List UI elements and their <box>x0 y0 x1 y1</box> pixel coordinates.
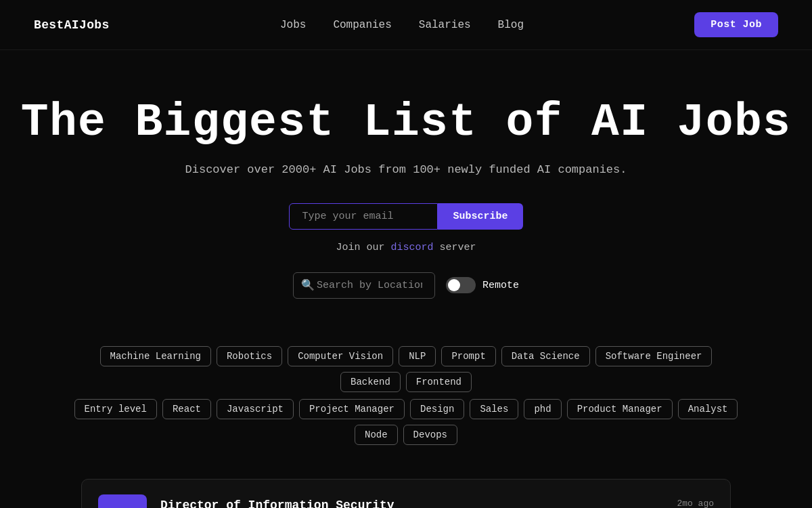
post-job-button[interactable]: Post Job <box>694 12 778 37</box>
nav-salaries[interactable]: Salaries <box>419 19 471 31</box>
tag-entry-level[interactable]: Entry level <box>74 399 157 419</box>
tag-sales[interactable]: Sales <box>470 399 518 419</box>
tag-frontend[interactable]: Frontend <box>406 372 472 392</box>
tag-phd[interactable]: phd <box>524 399 561 419</box>
tag-robotics[interactable]: Robotics <box>217 346 282 366</box>
location-input[interactable] <box>293 272 435 299</box>
tag-node[interactable]: Node <box>355 425 398 445</box>
remote-toggle[interactable] <box>446 277 476 293</box>
job-right: 2mo ago Apply <box>656 499 714 508</box>
job-title: Director of Information Security <box>160 499 642 508</box>
tag-design[interactable]: Design <box>410 399 464 419</box>
tag-nlp[interactable]: NLP <box>399 346 436 366</box>
tags-row-1: Machine Learning Robotics Computer Visio… <box>68 346 744 392</box>
nav-links: Jobs Companies Salaries Blog <box>280 19 524 31</box>
navbar: BestAIJobs Jobs Companies Salaries Blog … <box>0 0 812 50</box>
nav-blog[interactable]: Blog <box>498 19 524 31</box>
discord-link[interactable]: discord <box>390 242 433 253</box>
tag-javascript[interactable]: Javascript <box>217 399 294 419</box>
job-card: NOVA Director of Information Security Ne… <box>81 479 731 508</box>
hero-title: The Biggest List of AI Jobs <box>14 98 798 148</box>
site-logo[interactable]: BestAIJobs <box>34 18 110 32</box>
tag-react[interactable]: React <box>162 399 211 419</box>
discord-prefix: Join our <box>336 242 384 253</box>
job-time: 2mo ago <box>677 499 714 508</box>
job-info: Director of Information Security Neednov… <box>160 499 642 508</box>
discord-row: Join our discord server <box>14 242 798 253</box>
tag-devops[interactable]: Devops <box>403 425 457 445</box>
company-logo: NOVA <box>98 494 147 508</box>
hero-subtitle: Discover over 2000+ AI Jobs from 100+ ne… <box>14 163 798 176</box>
tag-data-science[interactable]: Data Science <box>501 346 590 366</box>
tag-backend[interactable]: Backend <box>340 372 401 392</box>
subscribe-button[interactable]: Subscribe <box>438 203 522 230</box>
tag-product-manager[interactable]: Product Manager <box>567 399 673 419</box>
nav-jobs[interactable]: Jobs <box>280 19 306 31</box>
tags-section: Machine Learning Robotics Computer Visio… <box>0 346 812 445</box>
tag-machine-learning[interactable]: Machine Learning <box>100 346 211 366</box>
tag-project-manager[interactable]: Project Manager <box>299 399 405 419</box>
tags-row-2: Entry level React Javascript Project Man… <box>68 399 744 445</box>
tag-computer-vision[interactable]: Computer Vision <box>288 346 393 366</box>
discord-suffix: server <box>440 242 476 253</box>
nav-companies[interactable]: Companies <box>333 19 391 31</box>
tag-software-engineer[interactable]: Software Engineer <box>595 346 713 366</box>
jobs-section: NOVA Director of Information Security Ne… <box>0 479 812 508</box>
remote-label: Remote <box>482 280 519 291</box>
location-row: 🔍 Remote <box>14 272 798 299</box>
tag-prompt[interactable]: Prompt <box>441 346 495 366</box>
hero-section: The Biggest List of AI Jobs Discover ove… <box>0 50 812 346</box>
tag-analyst[interactable]: Analyst <box>678 399 738 419</box>
location-search-wrap: 🔍 <box>293 272 435 299</box>
subscribe-row: Subscribe <box>14 203 798 230</box>
remote-toggle-wrap: Remote <box>446 277 519 293</box>
email-input[interactable] <box>289 203 438 230</box>
